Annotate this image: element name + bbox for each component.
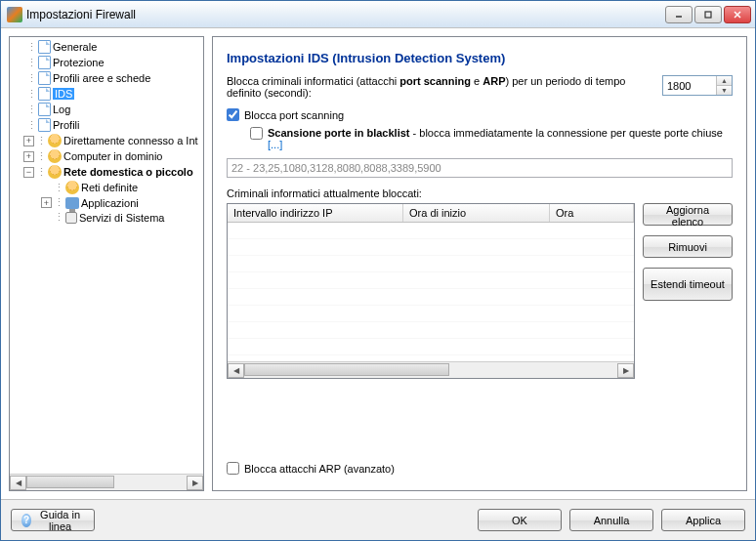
blocked-table[interactable]: Intervallo indirizzo IP Ora di inizio Or… <box>227 203 635 379</box>
timeout-input[interactable] <box>663 76 716 95</box>
spinner-down-button[interactable]: ▼ <box>717 86 732 95</box>
arp-checkbox[interactable] <box>227 462 239 475</box>
minimize-button[interactable] <box>665 6 693 23</box>
ports-input[interactable] <box>227 158 733 178</box>
nav-item-generale[interactable]: ⋮Generale <box>10 39 203 55</box>
scroll-thumb[interactable] <box>26 476 114 488</box>
scroll-right-button[interactable]: ▶ <box>617 363 634 378</box>
nav-item-domain[interactable]: +⋮Computer in dominio <box>10 148 203 164</box>
dialog-footer: ? Guida in linea OK Annulla Applica <box>1 499 755 540</box>
col-ora[interactable]: Ora <box>550 204 634 222</box>
nav-item-home-net[interactable]: −⋮Rete domestica o piccolo <box>10 164 203 180</box>
help-button[interactable]: ? Guida in linea <box>11 509 95 531</box>
collapse-icon[interactable]: − <box>23 167 34 178</box>
scroll-left-button[interactable]: ◀ <box>10 476 26 490</box>
extend-timeout-button[interactable]: Estendi timeout <box>643 268 733 301</box>
page-icon <box>38 118 51 132</box>
apply-button[interactable]: Applica <box>661 509 745 531</box>
nav-tree[interactable]: ⋮Generale ⋮Protezione ⋮Profili aree e sc… <box>10 37 203 474</box>
nav-item-protezione[interactable]: ⋮Protezione <box>10 55 203 70</box>
page-icon <box>38 40 51 54</box>
app-tree-icon <box>65 197 79 209</box>
page-icon <box>38 103 51 116</box>
nav-item-profili[interactable]: ⋮Profili <box>10 117 203 133</box>
nav-item-ids[interactable]: ⋮IDS <box>10 86 203 102</box>
expand-icon[interactable]: + <box>23 136 34 146</box>
table-body <box>228 223 634 361</box>
content-panel: Impostazioni IDS (Intrusion Detection Sy… <box>212 36 747 491</box>
nav-tree-panel: ⋮Generale ⋮Protezione ⋮Profili aree e sc… <box>9 36 204 491</box>
scroll-left-button[interactable]: ◀ <box>228 363 244 378</box>
cancel-button[interactable]: Annulla <box>569 509 653 531</box>
app-icon <box>7 7 22 22</box>
arp-label: Blocca attacchi ARP (avanzato) <box>244 463 395 475</box>
help-label: Guida in linea <box>36 509 84 532</box>
portscan-label: Blocca port scanning <box>244 109 344 121</box>
nav-item-applicazioni[interactable]: +⋮Applicazioni <box>10 195 203 210</box>
window-title: Impostazioni Firewall <box>26 8 665 21</box>
close-button[interactable] <box>724 6 751 23</box>
expand-icon[interactable]: + <box>41 197 52 208</box>
page-icon <box>38 71 51 85</box>
ok-button[interactable]: OK <box>478 509 562 531</box>
page-icon <box>38 87 51 101</box>
maximize-button[interactable] <box>694 6 722 23</box>
tree-hscrollbar[interactable]: ◀ ▶ <box>10 474 203 490</box>
nav-item-profili-aree[interactable]: ⋮Profili aree e schede <box>10 70 203 86</box>
scroll-thumb[interactable] <box>244 363 449 376</box>
firewall-settings-window: Impostazioni Firewall ⋮Generale ⋮Protezi… <box>0 0 756 541</box>
blocked-list-label: Criminali informatici attualmente blocca… <box>227 187 733 199</box>
titlebar[interactable]: Impostazioni Firewall <box>1 1 755 28</box>
table-hscrollbar[interactable]: ◀ ▶ <box>228 361 634 378</box>
nav-item-log[interactable]: ⋮Log <box>10 102 203 117</box>
page-heading: Impostazioni IDS (Intrusion Detection Sy… <box>227 51 733 65</box>
user-icon <box>48 165 62 179</box>
col-ip-range[interactable]: Intervallo indirizzo IP <box>228 204 403 222</box>
page-icon <box>38 56 51 69</box>
service-icon <box>65 212 77 224</box>
blacklist-label: Scansione porte in blacklist - blocca im… <box>268 127 733 150</box>
svg-rect-1 <box>705 12 711 18</box>
scroll-right-button[interactable]: ▶ <box>187 476 203 490</box>
user-icon <box>65 181 79 194</box>
refresh-list-button[interactable]: Aggiorna elenco <box>643 203 733 226</box>
blacklist-more-link[interactable]: [...] <box>268 139 282 150</box>
nav-item-reti-definite[interactable]: ⋮Reti definite <box>10 180 203 195</box>
nav-item-servizi[interactable]: ⋮Servizi di Sistema <box>10 210 203 225</box>
nav-item-direct-internet[interactable]: +⋮Direttamente connesso a Int <box>10 133 203 148</box>
timeout-spinner[interactable]: ▲ ▼ <box>662 75 733 96</box>
timeout-description: Blocca criminali informatici (attacchi p… <box>227 75 651 99</box>
blacklist-checkbox[interactable] <box>250 127 263 140</box>
user-icon <box>48 134 62 147</box>
expand-icon[interactable]: + <box>23 151 34 162</box>
remove-button[interactable]: Rimuovi <box>643 235 733 258</box>
spinner-up-button[interactable]: ▲ <box>717 76 732 86</box>
user-icon <box>48 149 62 163</box>
col-start-time[interactable]: Ora di inizio <box>403 204 550 222</box>
portscan-checkbox[interactable] <box>227 108 239 121</box>
help-icon: ? <box>21 514 31 527</box>
